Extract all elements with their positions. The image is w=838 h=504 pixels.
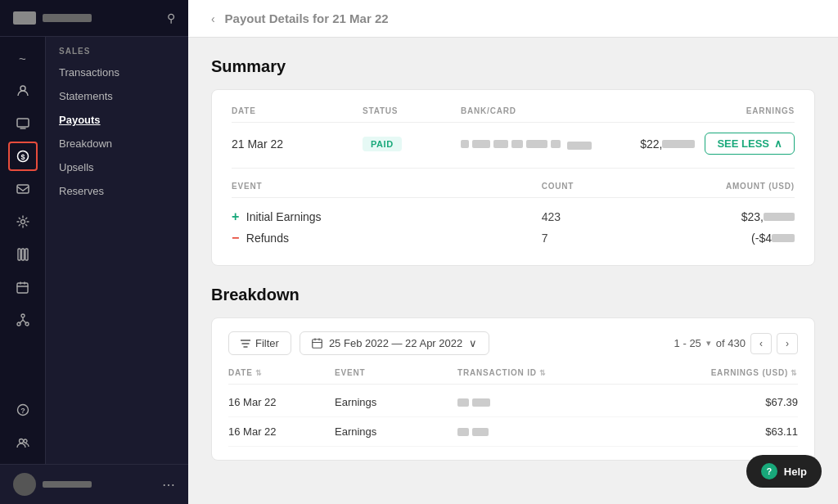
summary-earnings-cell: $22, SEE LESS ∧ <box>631 133 795 155</box>
bank-blur-6 <box>551 140 561 148</box>
bank-info <box>461 137 631 151</box>
analytics-nav-icon[interactable]: ~ <box>8 43 38 73</box>
breakdown-row-txn-1 <box>457 398 683 407</box>
users-nav-icon[interactable] <box>8 76 38 106</box>
bank-blur-4 <box>511 140 523 148</box>
breakdown-row-earnings-1: $67.39 <box>683 396 798 408</box>
breakdown-row-date-1: 16 Mar 22 <box>228 396 335 408</box>
sidebar-item-breakdown[interactable]: Breakdown <box>46 132 188 155</box>
footer-user <box>13 473 92 496</box>
breakdown-section-header: Breakdown <box>211 286 815 304</box>
event-count-initial: 423 <box>542 210 640 223</box>
breakdown-row-event-2: Earnings <box>335 425 457 438</box>
pagination-range: 1 - 25 <box>674 337 701 349</box>
event-label-initial: Initial Earnings <box>246 210 322 223</box>
svg-rect-7 <box>21 249 24 260</box>
bank-blur-3 <box>493 140 508 148</box>
page-title: Payout Details for 21 Mar 22 <box>225 11 389 25</box>
sales-section-label: SALES <box>46 47 188 61</box>
svg-rect-8 <box>25 249 28 260</box>
back-link[interactable]: ‹ Payout Details for 21 Mar 22 <box>211 11 389 25</box>
display-nav-icon[interactable] <box>8 109 38 138</box>
event-count-refunds: 7 <box>542 232 640 245</box>
logo-text <box>43 14 92 22</box>
back-chevron-icon: ‹ <box>211 12 215 25</box>
calendar-nav-icon[interactable] <box>8 272 38 302</box>
txn-blur-1b <box>472 398 490 407</box>
sidebar-item-upsells[interactable]: Upsells <box>46 155 188 179</box>
summary-earnings-header: EARNINGS <box>631 106 795 115</box>
search-icon[interactable]: ⚲ <box>167 11 175 25</box>
filter-icon <box>241 340 250 348</box>
library-nav-icon[interactable] <box>8 240 38 269</box>
svg-rect-17 <box>313 340 322 349</box>
prev-page-button[interactable]: ‹ <box>750 333 772 354</box>
per-page-chevron-icon: ▾ <box>706 338 711 349</box>
breakdown-date-header[interactable]: DATE ⇅ <box>228 368 335 377</box>
svg-text:$: $ <box>20 153 25 161</box>
settings-nav-icon[interactable] <box>8 207 38 236</box>
event-name-refunds: − Refunds <box>232 231 542 245</box>
team-nav-icon[interactable] <box>8 428 38 457</box>
logo <box>13 11 92 25</box>
breakdown-table-header: DATE ⇅ EVENT TRANSACTION ID ⇅ EARNINGS (… <box>228 368 798 385</box>
earnings-container: $22, SEE LESS ∧ <box>631 133 795 155</box>
next-page-button[interactable]: › <box>777 333 798 354</box>
txn-blur-2b <box>472 428 489 436</box>
summary-status-header: STATUS <box>363 106 461 115</box>
sidebar-body: ~ $ <box>0 37 188 464</box>
breakdown-row-date-2: 16 Mar 22 <box>228 425 335 438</box>
event-plus-icon: + <box>232 209 239 223</box>
breakdown-card: Filter 25 Feb 2022 — 22 Apr 2022 ∨ 1 - 2… <box>211 317 815 461</box>
filter-label: Filter <box>255 337 279 349</box>
event-amount-blur-2 <box>772 234 795 242</box>
breakdown-earnings-header[interactable]: EARNINGS (USD) ⇅ <box>683 368 798 377</box>
see-less-label: SEE LESS <box>717 137 769 150</box>
breakdown-section-title: Breakdown <box>211 286 300 304</box>
sidebar-item-reserves[interactable]: Reserves <box>46 179 188 203</box>
earnings-sort-icon: ⇅ <box>791 369 798 377</box>
breakdown-section: Breakdown Filter 25 Feb 2022 — 22 Apr 20… <box>211 286 815 461</box>
see-less-button[interactable]: SEE LESS ∧ <box>705 133 795 155</box>
date-sort-icon: ⇅ <box>255 369 263 377</box>
user-name-blur <box>43 481 92 488</box>
event-amount-initial-val: $23, <box>741 210 764 223</box>
event-label-refunds: Refunds <box>246 232 289 245</box>
summary-table-header: DATE STATUS BANK/CARD EARNINGS <box>232 106 795 123</box>
filter-button[interactable]: Filter <box>228 331 291 355</box>
bank-blur-1 <box>461 140 469 148</box>
summary-card: DATE STATUS BANK/CARD EARNINGS 21 Mar 22… <box>211 89 815 266</box>
sidebar-header: ⚲ <box>0 0 188 37</box>
mail-nav-icon[interactable] <box>8 174 38 204</box>
sidebar-item-transactions[interactable]: Transactions <box>46 61 188 84</box>
footer-more-icon[interactable]: ⋯ <box>162 477 175 493</box>
bank-blur-2 <box>472 140 490 148</box>
table-row: 16 Mar 22 Earnings $63.11 <box>228 417 798 447</box>
payouts-nav-icon[interactable]: $ <box>8 142 38 171</box>
breakdown-table: DATE ⇅ EVENT TRANSACTION ID ⇅ EARNINGS (… <box>228 368 798 447</box>
sidebar-bottom-icons: ? <box>8 395 38 464</box>
user-avatar <box>13 473 36 496</box>
sidebar-item-statements[interactable]: Statements <box>46 84 188 108</box>
earnings-value: $22, <box>640 137 695 151</box>
breakdown-txn-header[interactable]: TRANSACTION ID ⇅ <box>457 368 683 377</box>
bank-blur-7 <box>567 142 592 150</box>
summary-date-header: DATE <box>232 106 363 115</box>
events-count-header: COUNT <box>542 182 640 191</box>
help-button[interactable]: ? Help <box>746 455 822 488</box>
help-nav-icon[interactable]: ? <box>8 395 38 425</box>
text-nav: SALES Transactions Statements Payouts Br… <box>46 37 188 464</box>
event-minus-icon: − <box>232 231 239 245</box>
breakdown-event-header[interactable]: EVENT <box>335 368 457 377</box>
breakdown-left-controls: Filter 25 Feb 2022 — 22 Apr 2022 ∨ <box>228 331 489 355</box>
event-amount-refunds-val: (-$4 <box>751 232 772 245</box>
svg-rect-1 <box>17 119 29 127</box>
event-amount-blur-1 <box>764 213 795 221</box>
sales-section: SALES Transactions Statements Payouts Br… <box>46 37 188 206</box>
org-nav-icon[interactable] <box>8 305 38 335</box>
earnings-blur <box>662 140 695 148</box>
sidebar-item-payouts[interactable]: Payouts <box>46 108 188 132</box>
breakdown-earnings-header-label: EARNINGS (USD) <box>711 368 789 377</box>
main-content-area: ‹ Payout Details for 21 Mar 22 Summary D… <box>188 0 838 504</box>
date-range-button[interactable]: 25 Feb 2022 — 22 Apr 2022 ∨ <box>300 331 489 355</box>
